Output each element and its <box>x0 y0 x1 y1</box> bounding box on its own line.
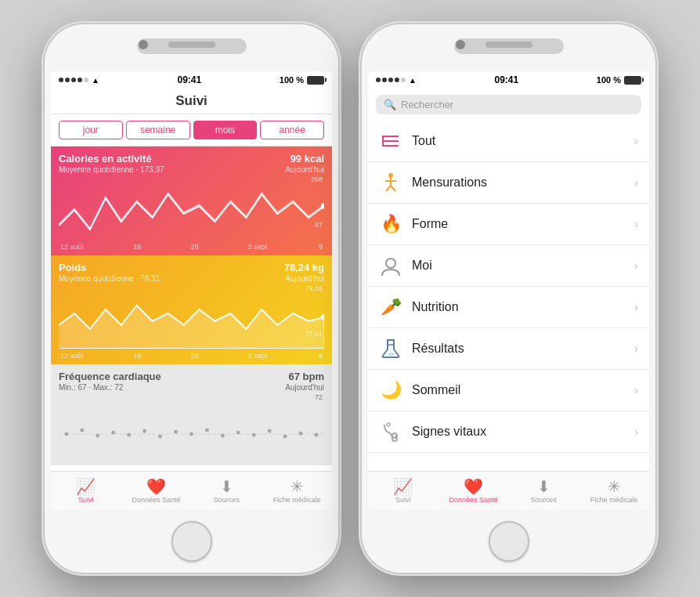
left-home-button[interactable] <box>171 521 212 562</box>
tab-suivi-label: Suivi <box>78 496 94 504</box>
right-iphone: ▲ 09:41 100 % 🔍 Rechercher <box>362 24 655 573</box>
frequence-date: Aujourd'hui <box>285 383 324 392</box>
right-battery-icon <box>624 76 641 85</box>
svg-point-8 <box>143 429 146 433</box>
left-battery-pct: 100 % <box>280 75 304 85</box>
right-screen: ▲ 09:41 100 % 🔍 Rechercher <box>368 71 649 510</box>
right-tab-fiche[interactable]: ✳ Fiche médicale <box>579 472 649 510</box>
mensurations-chevron: › <box>634 176 638 189</box>
right-battery-pct: 100 % <box>597 75 621 85</box>
svg-point-7 <box>127 433 131 437</box>
calories-max: 268 <box>311 175 323 183</box>
tab-donnees-label: Données Santé <box>132 496 181 504</box>
tab-annee[interactable]: année <box>260 121 324 139</box>
svg-point-11 <box>189 432 193 436</box>
period-tabs: jour semaine mois année <box>51 114 332 147</box>
suivi-icon: 📈 <box>76 479 96 494</box>
signes-vitaux-icon <box>379 420 402 443</box>
wifi-icon: ▲ <box>92 76 99 85</box>
right-tab-sources-label: Sources <box>531 496 557 504</box>
right-wifi-icon: ▲ <box>409 76 417 85</box>
right-donnees-icon: ❤️ <box>464 479 483 494</box>
svg-point-10 <box>174 430 178 434</box>
frequence-card: Fréquence cardiaque Min.: 67 · Max.: 72 … <box>51 364 332 465</box>
menu-item-sommeil[interactable]: 🌙 Sommeil › <box>368 370 649 411</box>
signes-vitaux-chevron: › <box>634 425 638 438</box>
right-tab-donnees[interactable]: ❤️ Données Santé <box>438 472 509 510</box>
svg-point-24 <box>388 173 393 178</box>
tab-sources[interactable]: ⬇ Sources <box>192 472 262 510</box>
search-bar[interactable]: 🔍 Rechercher <box>376 95 641 114</box>
tout-icon <box>379 129 402 153</box>
tab-sources-label: Sources <box>214 496 240 504</box>
svg-point-17 <box>283 435 287 439</box>
svg-point-18 <box>299 432 303 436</box>
svg-point-3 <box>64 432 68 436</box>
right-tab-sources[interactable]: ⬇ Sources <box>509 472 579 510</box>
nutrition-label: Nutrition <box>412 300 634 314</box>
frequence-value: 67 bpm <box>285 371 324 382</box>
svg-point-31 <box>388 353 395 356</box>
signal-dots <box>59 78 88 82</box>
svg-point-33 <box>387 423 390 426</box>
menu-list: Tout › Mensurations <box>368 121 649 471</box>
svg-point-13 <box>221 434 225 438</box>
right-fiche-icon: ✳ <box>608 479 621 494</box>
svg-point-9 <box>158 435 162 439</box>
menu-item-nutrition[interactable]: 🥕 Nutrition › <box>368 287 649 328</box>
sommeil-icon: 🌙 <box>379 378 402 402</box>
right-suivi-icon: 📈 <box>393 479 413 494</box>
resultats-icon <box>379 337 402 360</box>
menu-item-forme[interactable]: 🔥 Forme › <box>368 204 649 245</box>
calories-date: Aujourd'hui <box>285 165 324 174</box>
svg-point-15 <box>252 433 256 437</box>
resultats-chevron: › <box>634 342 638 355</box>
sommeil-chevron: › <box>634 384 638 396</box>
poids-subtitle: Moyenne quotidienne · 78,31 <box>59 274 160 283</box>
svg-point-6 <box>111 431 115 435</box>
menu-item-resultats[interactable]: Résultats › <box>368 328 649 370</box>
tab-jour[interactable]: jour <box>59 121 123 139</box>
search-placeholder: Rechercher <box>401 99 453 110</box>
tab-mois[interactable]: mois <box>193 121 258 139</box>
calories-title: Calories en activité <box>59 153 164 165</box>
poids-date: Aujourd'hui <box>284 274 324 283</box>
menu-item-moi[interactable]: Moi › <box>368 245 649 287</box>
poids-x-labels: 12 août 19 26 2 sept. 9 <box>59 352 324 360</box>
sources-icon: ⬇ <box>220 479 233 494</box>
app-title: Suivi <box>51 89 332 114</box>
frequence-subtitle: Min.: 67 · Max.: 72 <box>59 383 161 392</box>
moi-label: Moi <box>412 259 634 273</box>
battery-icon <box>307 76 324 85</box>
charts-area: Calories en activité Moyenne quotidienne… <box>51 147 332 471</box>
tab-donnees-sante[interactable]: ❤️ Données Santé <box>121 472 192 510</box>
poids-chart <box>59 286 324 349</box>
menu-item-mensurations[interactable]: Mensurations › <box>368 162 649 204</box>
menu-item-tout[interactable]: Tout › <box>368 121 649 162</box>
calories-chart <box>59 177 324 240</box>
tout-chevron: › <box>634 135 638 147</box>
right-tab-bar: 📈 Suivi ❤️ Données Santé ⬇ Sources ✳ Fic… <box>368 471 649 510</box>
forme-chevron: › <box>634 218 638 230</box>
left-iphone: ▲ 09:41 100 % Suivi jour semaine mois an… <box>45 24 338 573</box>
nutrition-icon: 🥕 <box>379 295 402 319</box>
tab-fiche-label: Fiche médicale <box>273 496 321 504</box>
mensurations-icon <box>379 171 402 194</box>
right-home-button[interactable] <box>489 521 529 562</box>
left-status-bar: ▲ 09:41 100 % <box>51 71 332 89</box>
donnees-icon: ❤️ <box>146 479 166 494</box>
right-speaker <box>485 42 532 48</box>
right-tab-suivi[interactable]: 📈 Suivi <box>368 472 438 510</box>
left-screen: ▲ 09:41 100 % Suivi jour semaine mois an… <box>51 71 332 510</box>
tout-label: Tout <box>412 134 634 148</box>
resultats-label: Résultats <box>412 342 634 356</box>
camera <box>139 40 148 49</box>
frequence-title: Fréquence cardiaque <box>59 371 161 382</box>
moi-chevron: › <box>634 259 638 272</box>
tab-fiche[interactable]: ✳ Fiche médicale <box>262 472 332 510</box>
tab-suivi[interactable]: 📈 Suivi <box>51 472 121 510</box>
menu-item-signes-vitaux[interactable]: Signes vitaux › <box>368 411 649 453</box>
right-signal-dots <box>376 78 406 82</box>
right-status-bar: ▲ 09:41 100 % <box>368 71 649 89</box>
tab-semaine[interactable]: semaine <box>126 121 190 139</box>
